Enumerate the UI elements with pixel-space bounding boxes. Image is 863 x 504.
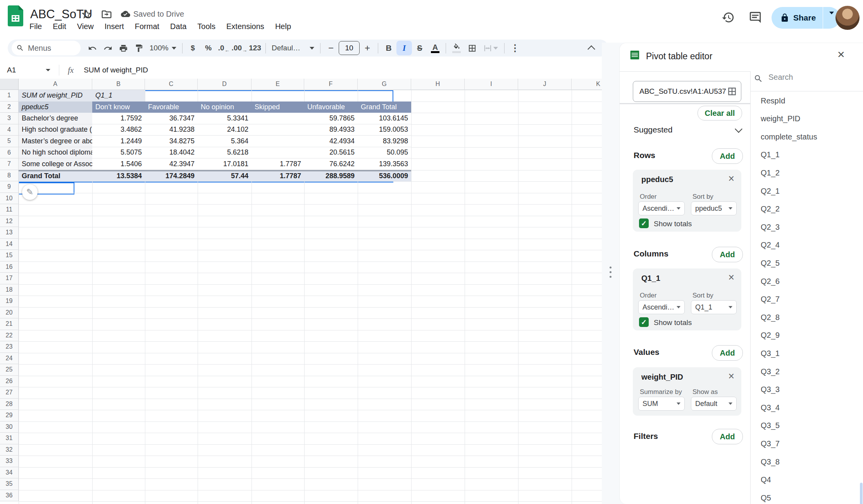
row-header-19[interactable]: 19 — [0, 296, 19, 307]
menu-tools[interactable]: Tools — [192, 20, 221, 33]
menu-edit[interactable]: Edit — [47, 20, 71, 33]
rows-show-totals-checkbox[interactable]: ✓ — [639, 218, 649, 228]
row-header-33[interactable]: 33 — [0, 456, 19, 467]
zoom-select[interactable]: 100% — [146, 44, 179, 52]
row-header-10[interactable]: 10 — [0, 193, 19, 205]
row-header-5[interactable]: 5 — [0, 136, 19, 147]
cell-G3[interactable]: 103.6145 — [358, 113, 411, 124]
saved-status[interactable]: Saved to Drive — [121, 9, 184, 19]
cell-D3[interactable]: 5.3341 — [198, 113, 251, 124]
column-header-C[interactable]: C — [145, 79, 198, 90]
menu-view[interactable]: View — [72, 20, 99, 33]
column-header-D[interactable]: D — [198, 79, 251, 90]
field-item-Q2_1[interactable]: Q2_1 — [761, 182, 858, 200]
cell-B7[interactable]: 1.5406 — [92, 158, 145, 170]
row-header-25[interactable]: 25 — [0, 364, 19, 376]
decrease-font-size-button[interactable]: − — [323, 41, 339, 55]
column-header-F[interactable]: F — [304, 79, 358, 90]
clear-all-button[interactable]: Clear all — [698, 106, 742, 120]
version-history-icon[interactable] — [722, 11, 735, 26]
menu-format[interactable]: Format — [129, 20, 165, 33]
cell-D4[interactable]: 24.102 — [198, 124, 251, 136]
row-header-16[interactable]: 16 — [0, 261, 19, 273]
menu-help[interactable]: Help — [270, 20, 296, 33]
cell-C5[interactable]: 34.8275 — [145, 136, 198, 147]
field-item-Q3_3[interactable]: Q3_3 — [761, 381, 858, 399]
row-header-36[interactable]: 36 — [0, 490, 19, 502]
avatar[interactable] — [835, 6, 860, 30]
row-header-12[interactable]: 12 — [0, 216, 19, 227]
filters-add-button[interactable]: Add — [712, 429, 743, 444]
row-header-32[interactable]: 32 — [0, 444, 19, 456]
cell-F6[interactable]: 20.5615 — [304, 147, 358, 159]
field-item-Q3_8[interactable]: Q3_8 — [761, 453, 858, 471]
cell-E8[interactable]: 1.7787 — [251, 170, 304, 182]
cell-B8[interactable]: 13.5384 — [92, 170, 145, 182]
row-header-21[interactable]: 21 — [0, 318, 19, 330]
cell-G6[interactable]: 50.095 — [358, 147, 411, 159]
field-item-RespId[interactable]: RespId — [761, 92, 858, 110]
cell-F5[interactable]: 42.4934 — [304, 136, 358, 147]
row-header-30[interactable]: 30 — [0, 421, 19, 433]
column-header-A[interactable]: A — [19, 79, 92, 90]
cell-E5[interactable] — [251, 136, 304, 147]
cell-E6[interactable] — [251, 147, 304, 159]
field-item-Q2_7[interactable]: Q2_7 — [761, 291, 858, 308]
row-header-23[interactable]: 23 — [0, 341, 19, 353]
italic-button[interactable]: I — [396, 41, 412, 55]
row-header-3[interactable]: 3 — [0, 113, 19, 124]
number-format-button[interactable]: 123 — [247, 41, 263, 55]
row-header-18[interactable]: 18 — [0, 284, 19, 296]
row-header-2[interactable]: 2 — [0, 101, 19, 113]
field-item-complete_status[interactable]: complete_status — [761, 128, 858, 146]
row-header-20[interactable]: 20 — [0, 307, 19, 319]
panel-close-icon[interactable]: × — [837, 47, 845, 62]
cell-D8[interactable]: 57.44 — [198, 170, 251, 182]
menu-extensions[interactable]: Extensions — [221, 20, 270, 33]
row-header-24[interactable]: 24 — [0, 353, 19, 365]
sheets-logo[interactable] — [8, 5, 23, 28]
cell-D7[interactable]: 17.0181 — [198, 158, 251, 170]
font-size-input[interactable]: 10 — [339, 41, 360, 55]
columns-show-totals-checkbox[interactable]: ✓ — [639, 317, 649, 327]
values-add-button[interactable]: Add — [712, 345, 743, 361]
field-item-Q2_2[interactable]: Q2_2 — [761, 200, 858, 218]
field-item-Q1_1[interactable]: Q1_1 — [761, 146, 858, 164]
cell-B2[interactable]: Don’t know — [92, 101, 145, 113]
rows-order-select[interactable]: Ascendi… — [638, 201, 685, 215]
row-header-13[interactable]: 13 — [0, 227, 19, 239]
column-header-I[interactable]: I — [465, 79, 518, 90]
field-item-Q3_5[interactable]: Q3_5 — [761, 417, 858, 435]
row-header-6[interactable]: 6 — [0, 147, 19, 159]
field-item-Q3_2[interactable]: Q3_2 — [761, 363, 858, 380]
values-summarize-select[interactable]: SUM — [638, 397, 685, 411]
field-item-Q2_8[interactable]: Q2_8 — [761, 308, 858, 326]
comment-icon[interactable] — [749, 11, 762, 26]
cell-F4[interactable]: 89.4933 — [304, 124, 358, 136]
field-item-Q3_7[interactable]: Q3_7 — [761, 435, 858, 452]
cell-F8[interactable]: 288.9589 — [304, 170, 358, 182]
cell-C4[interactable]: 41.9238 — [145, 124, 198, 136]
field-item-weight_PID[interactable]: weight_PID — [761, 110, 858, 128]
cell-G4[interactable]: 159.0053 — [358, 124, 411, 136]
cell-A6[interactable]: No high school diploma — [19, 147, 92, 159]
collapse-toolbar-button[interactable] — [584, 41, 599, 55]
select-range-icon[interactable] — [727, 86, 737, 96]
field-item-Q2_4[interactable]: Q2_4 — [761, 236, 858, 254]
row-header-9[interactable]: 9 — [0, 181, 19, 193]
field-item-Q2_5[interactable]: Q2_5 — [761, 254, 858, 272]
row-header-7[interactable]: 7 — [0, 158, 19, 170]
cell-C2[interactable]: Favorable — [145, 101, 198, 113]
field-item-Q2_3[interactable]: Q2_3 — [761, 218, 858, 236]
cell-F7[interactable]: 76.6242 — [304, 158, 358, 170]
row-header-15[interactable]: 15 — [0, 250, 19, 261]
pivot-range-input[interactable]: ABC_SoTU.csv!A1:AU537 — [633, 81, 741, 102]
name-box[interactable]: A1 — [0, 66, 46, 74]
edit-pivot-button[interactable]: ✎ — [22, 184, 38, 200]
rows-sortby-select[interactable]: ppeduc5 — [691, 201, 737, 215]
row-header-31[interactable]: 31 — [0, 433, 19, 444]
undo-button[interactable] — [84, 41, 100, 55]
column-header-J[interactable]: J — [518, 79, 572, 90]
cell-F2[interactable]: Unfavorable — [304, 101, 358, 113]
menu-data[interactable]: Data — [165, 20, 192, 33]
